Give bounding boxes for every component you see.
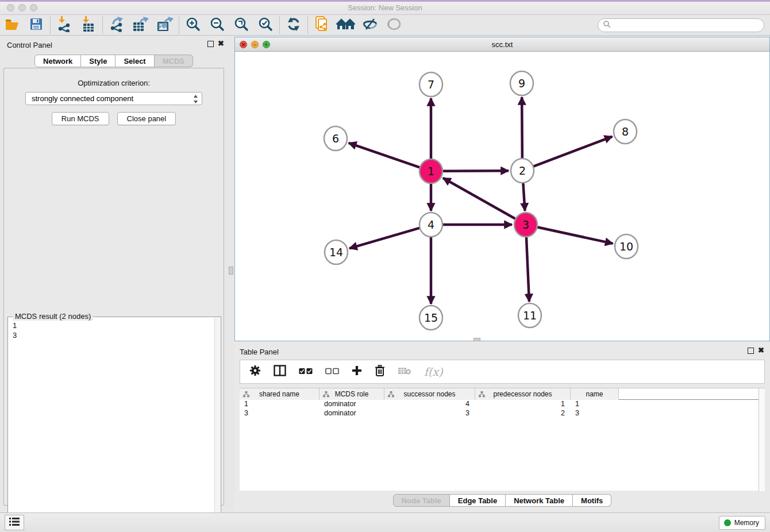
tab-select[interactable]: Select	[116, 55, 154, 67]
graph-node-label: 8	[622, 125, 629, 138]
function-builder-button[interactable]: f(x)	[424, 365, 443, 378]
close-panel-icon[interactable]: ✖	[218, 40, 224, 48]
table-tabs: Node Table Edge Table Network Table Moti…	[234, 494, 770, 507]
control-panel: Control Panel ✖ Network Style Select MCD…	[0, 36, 228, 512]
graph-node-label: 7	[428, 78, 434, 91]
copy-network-view-button[interactable]	[310, 16, 334, 34]
column-header[interactable]: name	[571, 388, 619, 400]
import-network-button[interactable]	[52, 16, 76, 34]
column-header[interactable]: shared name	[240, 388, 319, 400]
float-table-panel-icon[interactable]	[748, 348, 754, 354]
tab-network-table[interactable]: Network Table	[506, 494, 573, 507]
search-input[interactable]	[611, 20, 764, 30]
zoom-selected-button[interactable]	[253, 16, 278, 34]
tab-motifs[interactable]: Motifs	[573, 494, 611, 507]
open-session-button[interactable]	[0, 16, 24, 34]
show-all-button[interactable]	[382, 16, 406, 34]
deselect-all-button[interactable]	[325, 367, 339, 377]
column-tree-icon	[479, 391, 485, 399]
save-floppy-icon	[29, 17, 43, 33]
graph-edge-3-11[interactable]	[526, 236, 529, 302]
graph-node-6[interactable]: 6	[324, 126, 347, 151]
graph-edge-1-6[interactable]	[349, 143, 420, 168]
table-cell: 1	[475, 400, 571, 409]
graph-node-label: 3	[522, 218, 529, 231]
graph-node-label: 4	[428, 218, 434, 231]
network-canvas[interactable]: 7968124314101511	[235, 52, 769, 341]
run-mcds-button[interactable]: Run MCDS	[52, 112, 109, 125]
result-scrollbar[interactable]	[214, 318, 220, 532]
graph-node-label: 9	[518, 77, 525, 90]
zoom-in-button[interactable]	[181, 16, 205, 34]
export-network-button[interactable]	[105, 16, 129, 34]
graph-edge-4-14[interactable]	[349, 228, 420, 249]
tab-network[interactable]: Network	[34, 55, 81, 67]
table-scrollbar[interactable]	[759, 388, 765, 491]
select-chevrons-icon	[193, 94, 198, 106]
graph-node-3[interactable]: 3	[514, 213, 537, 237]
zoom-fit-button[interactable]	[229, 16, 253, 34]
graph-node-1[interactable]: 1	[419, 159, 442, 183]
zoom-out-button[interactable]	[205, 16, 229, 34]
apply-layout-button[interactable]	[282, 16, 306, 34]
table-cell: 4	[384, 400, 475, 409]
splitter-grip[interactable]	[229, 267, 233, 275]
tab-mcds[interactable]: MCDS	[155, 55, 193, 67]
column-header[interactable]: predecessor nodes	[475, 388, 571, 400]
mcds-result-text[interactable]: 1 3	[9, 321, 214, 532]
column-header[interactable]: MCDS role	[319, 388, 384, 400]
graph-node-14[interactable]: 14	[325, 240, 348, 264]
graph-edge-2-9[interactable]	[522, 97, 522, 159]
horizontal-splitter-grip[interactable]	[473, 338, 480, 341]
graph-edge-2-8[interactable]	[533, 137, 613, 167]
zoom-in-icon	[186, 17, 201, 34]
hide-selected-button[interactable]	[358, 16, 382, 34]
export-image-button[interactable]	[153, 16, 177, 34]
float-panel-icon[interactable]	[207, 41, 214, 47]
graph-node-15[interactable]: 15	[419, 306, 442, 330]
graph-node-10[interactable]: 10	[615, 234, 638, 259]
optimization-criterion-select[interactable]: strongly connected component	[25, 92, 202, 105]
export-table-button[interactable]	[129, 16, 153, 34]
panel-splitter[interactable]	[228, 36, 234, 512]
table-panel-title: Table Panel	[240, 348, 279, 356]
close-table-panel-icon[interactable]: ✖	[758, 346, 764, 354]
task-history-button[interactable]	[5, 515, 24, 530]
tab-node-table[interactable]: Node Table	[393, 494, 450, 507]
graph-edge-2-3[interactable]	[523, 182, 525, 211]
add-column-button[interactable]	[352, 365, 362, 378]
delete-table-button[interactable]	[398, 366, 411, 377]
tab-style[interactable]: Style	[81, 55, 116, 67]
import-table-icon	[81, 16, 96, 34]
graph-node-8[interactable]: 8	[614, 119, 637, 144]
table-row[interactable]: 3dominator323	[240, 409, 765, 418]
memory-button[interactable]: Memory	[719, 516, 765, 530]
first-neighbors-button[interactable]	[334, 16, 358, 34]
import-table-button[interactable]	[76, 16, 101, 34]
column-header-label: MCDS role	[335, 390, 369, 398]
search-field[interactable]	[598, 18, 764, 32]
save-session-button[interactable]	[24, 16, 48, 34]
checked-boxes-icon	[299, 367, 313, 377]
graph-node-4[interactable]: 4	[419, 213, 442, 237]
import-network-icon	[57, 16, 72, 34]
select-all-button[interactable]	[299, 367, 313, 377]
table-settings-button[interactable]	[249, 365, 261, 379]
table-row[interactable]: 1dominator411	[240, 400, 765, 409]
graph-node-7[interactable]: 7	[419, 72, 442, 97]
close-panel-button[interactable]: Close panel	[117, 112, 176, 125]
tab-edge-table[interactable]: Edge Table	[450, 494, 506, 507]
gear-icon	[249, 365, 261, 379]
export-table-icon	[132, 16, 149, 34]
graph-node-11[interactable]: 11	[518, 303, 541, 327]
graph-edge-3-10[interactable]	[537, 227, 613, 244]
column-header[interactable]: successor nodes	[384, 388, 475, 400]
graph-node-2[interactable]: 2	[511, 159, 534, 183]
graph-node-9[interactable]: 9	[510, 71, 533, 95]
column-selector-button[interactable]	[274, 365, 286, 379]
network-window-title: scc.txt	[235, 40, 769, 49]
graph-edge-3-1[interactable]	[443, 178, 516, 219]
refresh-icon	[286, 17, 301, 34]
graph-edge-1-2[interactable]	[442, 171, 509, 171]
delete-column-button[interactable]	[375, 365, 385, 379]
